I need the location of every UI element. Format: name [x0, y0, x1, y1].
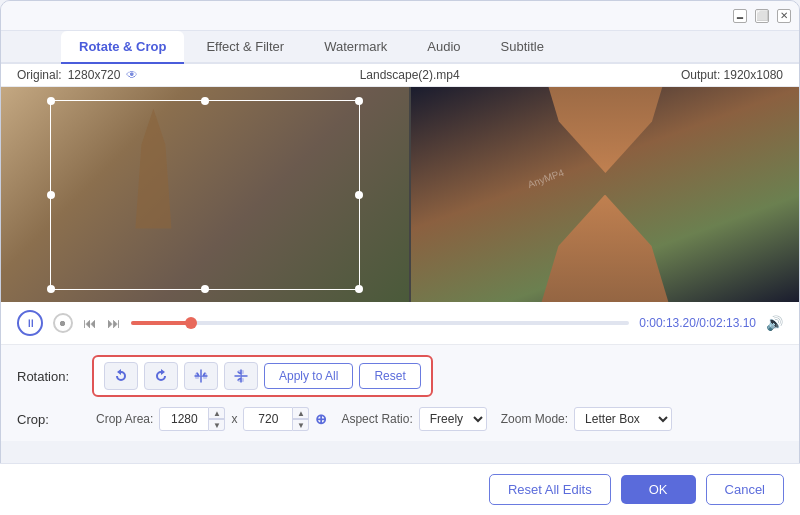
- crop-height-input-group: ▲ ▼: [243, 407, 309, 431]
- tab-watermark[interactable]: Watermark: [306, 31, 405, 64]
- rotation-label: Rotation:: [17, 369, 82, 384]
- zoom-mode-select[interactable]: Letter Box Pan & Scan Full: [574, 407, 672, 431]
- window-controls[interactable]: 🗕 ⬜ ✕: [733, 9, 791, 23]
- tab-subtitle[interactable]: Subtitle: [483, 31, 562, 64]
- rotate-right-button[interactable]: [144, 362, 178, 390]
- video-background-right: AnyMP4: [411, 87, 799, 302]
- flip-horizontal-button[interactable]: [184, 362, 218, 390]
- progress-thumb[interactable]: [185, 317, 197, 329]
- title-bar: 🗕 ⬜ ✕: [1, 1, 799, 31]
- stop-button[interactable]: ⏺: [53, 313, 73, 333]
- eye-icon[interactable]: 👁: [126, 68, 138, 82]
- progress-fill: [131, 321, 191, 325]
- aspect-ratio-group: Aspect Ratio: Freely 16:9 4:3 1:1: [341, 407, 486, 431]
- crop-frame[interactable]: [50, 100, 360, 290]
- controls-section: Rotation:: [1, 345, 799, 441]
- playback-bar: ⏸ ⏺ ⏮ ⏭ 0:00:13.20/0:02:13.10 🔊: [1, 302, 799, 345]
- maximize-button[interactable]: ⬜: [755, 9, 769, 23]
- crop-width-up[interactable]: ▲: [209, 407, 225, 419]
- crop-height-up[interactable]: ▲: [293, 407, 309, 419]
- handle-bottom-right[interactable]: [355, 285, 363, 293]
- tab-bar: Rotate & Crop Effect & Filter Watermark …: [1, 31, 799, 64]
- crop-row: Crop: Crop Area: ▲ ▼ x ▲ ▼ ⊕ Aspect Ra: [17, 407, 783, 431]
- svg-rect-3: [238, 378, 244, 382]
- handle-bottom-left[interactable]: [47, 285, 55, 293]
- crop-area-group: Crop Area: ▲ ▼ x ▲ ▼ ⊕: [96, 407, 327, 431]
- handle-top-right[interactable]: [355, 97, 363, 105]
- tab-rotate-crop[interactable]: Rotate & Crop: [61, 31, 184, 64]
- handle-left-mid[interactable]: [47, 191, 55, 199]
- close-button[interactable]: ✕: [777, 9, 791, 23]
- minimize-button[interactable]: 🗕: [733, 9, 747, 23]
- bottom-bar: Reset All Edits OK Cancel: [0, 463, 800, 515]
- progress-bar[interactable]: [131, 321, 629, 325]
- rotation-row: Rotation:: [17, 355, 783, 397]
- crop-label: Crop:: [17, 412, 82, 427]
- aspect-ratio-label: Aspect Ratio:: [341, 412, 412, 426]
- watermark-text: AnyMP4: [527, 167, 566, 190]
- crop-width-input[interactable]: [159, 407, 209, 431]
- reset-all-edits-button[interactable]: Reset All Edits: [489, 474, 611, 505]
- crop-height-input[interactable]: [243, 407, 293, 431]
- reset-button[interactable]: Reset: [359, 363, 420, 389]
- tab-audio[interactable]: Audio: [409, 31, 478, 64]
- rotation-controls-group: Apply to All Reset: [92, 355, 433, 397]
- crop-height-down[interactable]: ▼: [293, 419, 309, 431]
- crop-width-spinners: ▲ ▼: [209, 407, 225, 431]
- rotate-left-button[interactable]: [104, 362, 138, 390]
- svg-rect-0: [195, 373, 199, 379]
- apply-to-all-button[interactable]: Apply to All: [264, 363, 353, 389]
- flip-vertical-button[interactable]: [224, 362, 258, 390]
- zoom-mode-group: Zoom Mode: Letter Box Pan & Scan Full: [501, 407, 672, 431]
- ok-button[interactable]: OK: [621, 475, 696, 504]
- handle-right-mid[interactable]: [355, 191, 363, 199]
- crop-crosshair-icon: ⊕: [315, 411, 327, 427]
- cancel-button[interactable]: Cancel: [706, 474, 784, 505]
- filename-label: Landscape(2).mp4: [360, 68, 460, 82]
- aspect-ratio-select[interactable]: Freely 16:9 4:3 1:1: [419, 407, 487, 431]
- preview-right: AnyMP4: [411, 87, 799, 302]
- dimension-separator: x: [231, 412, 237, 426]
- time-display: 0:00:13.20/0:02:13.10: [639, 316, 756, 330]
- preview-left: [1, 87, 409, 302]
- zoom-mode-label: Zoom Mode:: [501, 412, 568, 426]
- crop-width-down[interactable]: ▼: [209, 419, 225, 431]
- crop-area-label: Crop Area:: [96, 412, 153, 426]
- svg-rect-1: [203, 373, 207, 379]
- svg-rect-2: [238, 370, 244, 374]
- volume-icon[interactable]: 🔊: [766, 315, 783, 331]
- handle-bottom-mid[interactable]: [201, 285, 209, 293]
- crop-width-input-group: ▲ ▼: [159, 407, 225, 431]
- output-label: Output: 1920x1080: [681, 68, 783, 82]
- handle-top-mid[interactable]: [201, 97, 209, 105]
- handle-top-left[interactable]: [47, 97, 55, 105]
- crop-height-spinners: ▲ ▼: [293, 407, 309, 431]
- skip-forward-button[interactable]: ⏭: [107, 315, 121, 331]
- original-label: Original:: [17, 68, 62, 82]
- tab-effect-filter[interactable]: Effect & Filter: [188, 31, 302, 64]
- info-original: Original: 1280x720 👁: [17, 68, 138, 82]
- original-value: 1280x720: [68, 68, 121, 82]
- preview-area: AnyMP4: [1, 87, 799, 302]
- info-bar: Original: 1280x720 👁 Landscape(2).mp4 Ou…: [1, 64, 799, 87]
- pause-button[interactable]: ⏸: [17, 310, 43, 336]
- skip-back-button[interactable]: ⏮: [83, 315, 97, 331]
